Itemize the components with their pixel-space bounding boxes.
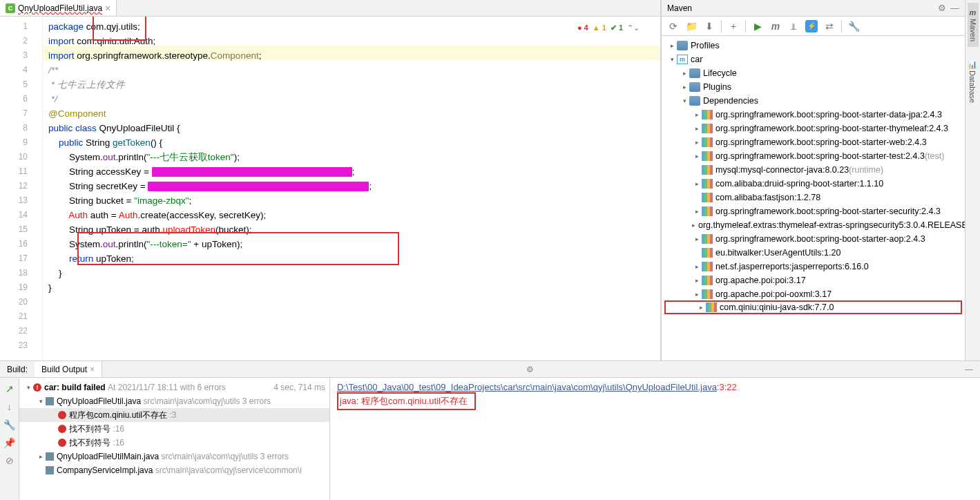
- build-file-node[interactable]: QnyUploadFileUtilMain.java src\main\java…: [19, 450, 329, 463]
- run-icon[interactable]: ▶: [751, 20, 764, 32]
- build-side-toolbar: ↗ ↓ 🔧 📌 ⊘: [0, 378, 19, 500]
- editor-panel: C QnyUploadFileUtil.java × 1234567891011…: [0, 0, 661, 360]
- maven-dep-item[interactable]: org.springframework.boot:spring-boot-sta…: [662, 149, 965, 163]
- editor-tabs: C QnyUploadFileUtil.java ×: [0, 0, 660, 17]
- build-message[interactable]: D:\Test\00_Java\00_test\09_IdeaProjects\…: [330, 378, 980, 500]
- generate-sources-icon[interactable]: 📁: [685, 20, 698, 32]
- maven-tool-button[interactable]: m Maven: [968, 3, 979, 47]
- pin-icon[interactable]: 📌: [3, 437, 15, 448]
- filter-icon[interactable]: ⊘: [6, 455, 14, 466]
- down-icon[interactable]: ↓: [7, 401, 12, 412]
- maven-profiles[interactable]: Profiles: [662, 39, 965, 52]
- minimize-icon[interactable]: —: [958, 365, 980, 374]
- maven-dep-item[interactable]: com.alibaba:druid-spring-boot-starter:1.…: [662, 177, 965, 191]
- maven-dep-item[interactable]: org.springframework.boot:spring-boot-sta…: [662, 122, 965, 135]
- wrench-icon[interactable]: 🔧: [847, 20, 860, 32]
- database-tool-button[interactable]: 📊 Database: [967, 54, 979, 108]
- gutter: 1234567891011121314151617181920212223: [0, 17, 35, 360]
- close-icon[interactable]: ×: [90, 365, 95, 374]
- maven-dependencies[interactable]: Dependencies: [662, 94, 965, 108]
- maven-panel: Maven ⚙ — ⟳ 📁 ⬇ + ▶ m ⫫ ⚡ ⇄ 🔧 Profiles m…: [661, 0, 965, 360]
- maven-dep-item[interactable]: org.apache.poi:poi-ooxml:3.17: [662, 287, 965, 301]
- build-error-item[interactable]: 找不到符号 :16: [19, 436, 329, 450]
- maven-dep-item[interactable]: eu.bitwalker:UserAgentUtils:1.20: [662, 246, 965, 260]
- build-tree[interactable]: ! car: build failed At 2021/11/7 18:11 w…: [19, 378, 330, 500]
- editor-body[interactable]: 1234567891011121314151617181920212223 ● …: [0, 17, 660, 360]
- maven-dep-item[interactable]: com.qiniu:qiniu-java-sdk:7.7.0: [664, 300, 962, 314]
- maven-toolbar: ⟳ 📁 ⬇ + ▶ m ⫫ ⚡ ⇄ 🔧: [662, 17, 965, 36]
- maven-dep-item[interactable]: com.alibaba:fastjson:1.2.78: [662, 191, 965, 204]
- build-panel-header: Build: Build Output × ⚙ —: [0, 361, 980, 378]
- maven-dep-item[interactable]: org.thymeleaf.extras:thymeleaf-extras-sp…: [662, 218, 965, 232]
- gear-icon[interactable]: ⚙: [519, 365, 541, 374]
- maven-dep-item[interactable]: org.apache.poi:poi:3.17: [662, 273, 965, 287]
- maven-project[interactable]: mcar: [662, 52, 965, 66]
- maven-title: Maven: [667, 3, 692, 13]
- gear-icon[interactable]: ⚙: [938, 3, 946, 13]
- maven-dep-item[interactable]: org.springframework.boot:spring-boot-sta…: [662, 135, 965, 149]
- editor-tab-filename: QnyUploadFileUtil.java: [18, 3, 102, 13]
- build-file-node[interactable]: QnyUploadFileUtil.java src\main\java\com…: [19, 394, 329, 408]
- minimize-icon[interactable]: —: [950, 3, 959, 13]
- maven-lifecycle[interactable]: Lifecycle: [662, 66, 965, 80]
- close-icon[interactable]: ×: [105, 3, 111, 14]
- build-error-item[interactable]: 程序包com.qiniu.util不存在 :3: [19, 408, 329, 422]
- build-panel: Build: Build Output × ⚙ — ↗ ↓ 🔧 📌 ⊘ ! ca…: [0, 360, 980, 500]
- build-output-tab[interactable]: Build Output ×: [35, 361, 102, 377]
- maven-dep-item[interactable]: org.springframework.boot:spring-boot-sta…: [662, 204, 965, 218]
- maven-plugins[interactable]: Plugins: [662, 80, 965, 94]
- maven-dep-item[interactable]: net.sf.jasperreports:jasperreports:6.16.…: [662, 260, 965, 273]
- class-icon: C: [6, 3, 15, 13]
- wrench-icon[interactable]: 🔧: [3, 419, 15, 430]
- maven-header: Maven ⚙ —: [662, 0, 965, 17]
- refresh-icon[interactable]: ⟳: [667, 20, 680, 32]
- fold-gutter[interactable]: [35, 17, 43, 360]
- build-root[interactable]: ! car: build failed At 2021/11/7 18:11 w…: [19, 381, 329, 394]
- code-area[interactable]: ● 4 ▲ 1 ✔ 1 ⌃⌄ package com.qyj.utils;imp…: [43, 17, 660, 360]
- add-icon[interactable]: +: [727, 20, 740, 32]
- build-file-node[interactable]: CompanyServiceImpl.java src\main\java\co…: [19, 463, 329, 477]
- build-label: Build:: [0, 365, 35, 374]
- up-icon[interactable]: ↗: [6, 383, 14, 394]
- error-highlight: java: 程序包com.qiniu.util不存在: [337, 392, 476, 410]
- m-icon[interactable]: m: [769, 20, 782, 32]
- toggle-skip-icon[interactable]: ⫫: [787, 20, 800, 32]
- collapse-icon[interactable]: ⇄: [823, 20, 836, 32]
- maven-dep-item[interactable]: org.springframework.boot:spring-boot-sta…: [662, 108, 965, 122]
- error-file-link[interactable]: D:\Test\00_Java\00_test\09_IdeaProjects\…: [337, 382, 717, 392]
- build-error-item[interactable]: 找不到符号 :16: [19, 422, 329, 436]
- download-icon[interactable]: ⬇: [703, 20, 715, 32]
- maven-dep-item[interactable]: org.springframework.boot:spring-boot-sta…: [662, 232, 965, 246]
- side-stripe: m Maven 📊 Database: [965, 0, 980, 360]
- editor-tab[interactable]: C QnyUploadFileUtil.java ×: [0, 0, 117, 16]
- offline-icon[interactable]: ⚡: [805, 20, 818, 32]
- maven-tree[interactable]: Profiles mcar Lifecycle Plugins Dependen…: [662, 36, 965, 360]
- maven-dep-item[interactable]: mysql:mysql-connector-java:8.0.23 (runti…: [662, 163, 965, 177]
